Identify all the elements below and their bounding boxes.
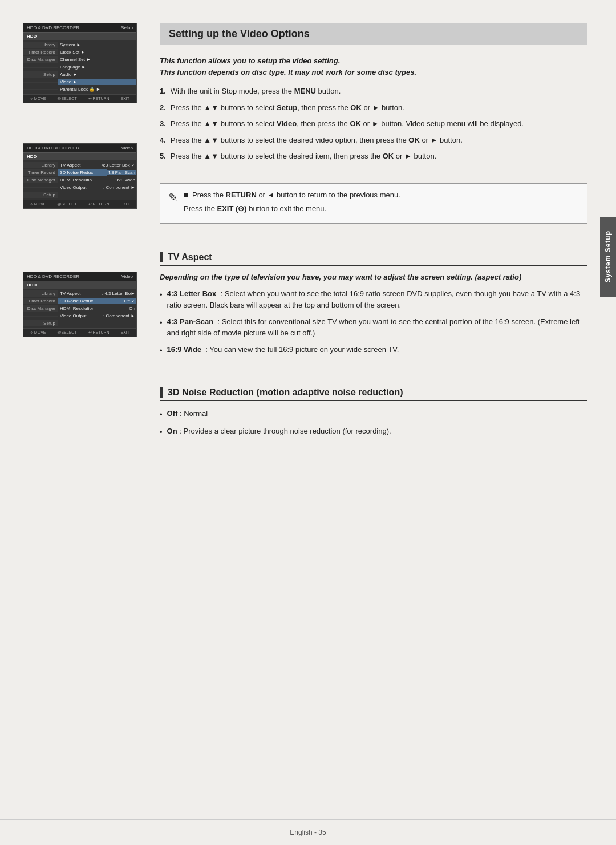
note-line1: ■ Press the RETURN or ◄ button to return… <box>184 189 400 201</box>
screen1-row-2: Timer Record Clock Set ► <box>23 48 136 56</box>
screen3-row-5: Setup <box>23 320 136 327</box>
page-footer: English - 35 <box>0 819 616 845</box>
tv-aspect-bullet-2: • 4:3 Pan-Scan : Select this for convent… <box>160 316 587 338</box>
screen1-footer: ⟡ MOVE @SELECT ↩ RETURN EXIT <box>23 94 136 103</box>
screen1-row-7: Parental Lock 🔒 ► <box>23 86 136 93</box>
page-title: Setting up the Video Options <box>160 23 587 45</box>
screen2-menu: Library TV Aspect 4:3 Letter Box ✓ Timer… <box>23 160 136 200</box>
tv-aspect-section: TV Aspect Depending on the type of telev… <box>160 235 587 365</box>
screen2-header-right: Video <box>121 145 133 151</box>
screen3-row-1: Library TV Aspect : 4:3 Letter Bo► <box>23 290 136 297</box>
note-line2: Press the EXIT (⊙) button to exit the me… <box>184 203 400 215</box>
screen1-header: HDD & DVD RECORDER Setup <box>23 23 136 33</box>
screen1-hdd: HDD <box>23 33 136 40</box>
screen1-header-left: HDD & DVD RECORDER <box>27 25 79 30</box>
tv-aspect-intro: Depending on the type of television you … <box>160 273 587 281</box>
screen2-row-5: Setup <box>23 191 136 199</box>
screen3-header-left: HDD & DVD RECORDER <box>27 274 79 279</box>
screen3-header-right: Video <box>121 274 133 279</box>
tv-aspect-bullet-3: • 16:9 Wide : You can view the full 16:9… <box>160 344 587 357</box>
screen2-hdd: HDD <box>23 153 136 160</box>
screen2-row-2: Timer Record 3D Noise Reduc. 4:3 Pan-Sca… <box>23 169 136 176</box>
step-5: 5. Press the ▲▼ buttons to select the de… <box>160 151 587 162</box>
screen2-row-1: Library TV Aspect 4:3 Letter Box ✓ <box>23 161 136 169</box>
noise-heading: 3D Noise Reduction (motion adaptive nois… <box>160 387 587 401</box>
screen1-row-6: Video ► <box>23 78 136 86</box>
note-icon: ✎ <box>168 191 178 204</box>
step-4: 4. Press the ▲▼ buttons to select the de… <box>160 135 587 146</box>
screen3-footer: ⟡ MOVE @SELECT ↩ RETURN EXIT <box>23 328 136 337</box>
setup-screen-2: HDD & DVD RECORDER Video HDD Library TV … <box>23 143 137 209</box>
screen3-header: HDD & DVD RECORDER Video <box>23 272 136 281</box>
intro-text: This function allows you to setup the vi… <box>160 55 587 78</box>
screen1-menu: Library System ► Timer Record Clock Set … <box>23 40 136 94</box>
screen3-menu: Library TV Aspect : 4:3 Letter Bo► Timer… <box>23 289 136 328</box>
screen3-row-2: Timer Record 3D Noise Reduc. Off ✓ <box>23 297 136 305</box>
step-3: 3. Press the ▲▼ buttons to select Video,… <box>160 118 587 130</box>
intro-line2: This function depends on disc type. It m… <box>160 68 416 76</box>
right-column: Setting up the Video Options This functi… <box>160 23 587 797</box>
tv-aspect-bullet-1: • 4:3 Letter Box : Select when you want … <box>160 288 587 310</box>
steps-list: 1. With the unit in Stop mode, press the… <box>160 86 587 167</box>
setup-screen-1: HDD & DVD RECORDER Setup HDD Library Sys… <box>23 23 137 103</box>
note-content: ■ Press the RETURN or ◄ button to return… <box>184 189 400 218</box>
screen2-row-4: Video Output : Component ► <box>23 184 136 191</box>
screen3-hdd: HDD <box>23 281 136 289</box>
screen1-header-right: Setup <box>121 25 133 30</box>
left-column: HDD & DVD RECORDER Setup HDD Library Sys… <box>23 23 143 797</box>
note-box: ✎ ■ Press the RETURN or ◄ button to retu… <box>160 183 587 224</box>
side-tab-label: System Setup <box>604 231 612 282</box>
screen2-footer: ⟡ MOVE @SELECT ↩ RETURN EXIT <box>23 200 136 208</box>
screen1-row-1: Library System ► <box>23 41 136 48</box>
content-area: HDD & DVD RECORDER Setup HDD Library Sys… <box>0 0 616 819</box>
screen2-header: HDD & DVD RECORDER Video <box>23 144 136 153</box>
noise-bullet-off: • Off : Normal <box>160 408 587 421</box>
screen1-row-4: Language ► <box>23 63 136 71</box>
intro-line1: This function allows you to setup the vi… <box>160 56 340 65</box>
noise-bullets: • Off : Normal • On : Provides a clear p… <box>160 408 587 438</box>
screenshot-2: HDD & DVD RECORDER Video HDD Library TV … <box>23 143 143 209</box>
tv-aspect-heading: TV Aspect <box>160 252 587 266</box>
footer-text: English - 35 <box>290 828 326 836</box>
noise-reduction-section: 3D Noise Reduction (motion adaptive nois… <box>160 370 587 446</box>
tv-aspect-bullets: • 4:3 Letter Box : Select when you want … <box>160 288 587 357</box>
screen2-row-3: Disc Manager HDMI Resolutio. 16:9 Wide <box>23 176 136 184</box>
screen1-row-3: Disc Manager Channel Set ► <box>23 56 136 63</box>
screenshot-1: HDD & DVD RECORDER Setup HDD Library Sys… <box>23 23 143 103</box>
screenshot-3: HDD & DVD RECORDER Video HDD Library TV … <box>23 272 143 337</box>
step-1: 1. With the unit in Stop mode, press the… <box>160 86 587 97</box>
page: System Setup HDD & DVD RECORDER Setup HD… <box>0 0 616 845</box>
side-tab: System Setup <box>600 217 616 297</box>
screen3-row-4: Video Output : Component ► <box>23 312 136 320</box>
screen1-row-5: Setup Audio ► <box>23 71 136 78</box>
noise-bullet-on: • On : Provides a clear picture through … <box>160 426 587 438</box>
screen2-header-left: HDD & DVD RECORDER <box>27 145 79 151</box>
step-2: 2. Press the ▲▼ buttons to select Setup,… <box>160 102 587 114</box>
screen3-row-3: Disc Manager HDMI Resolution On <box>23 305 136 312</box>
setup-screen-3: HDD & DVD RECORDER Video HDD Library TV … <box>23 272 137 337</box>
